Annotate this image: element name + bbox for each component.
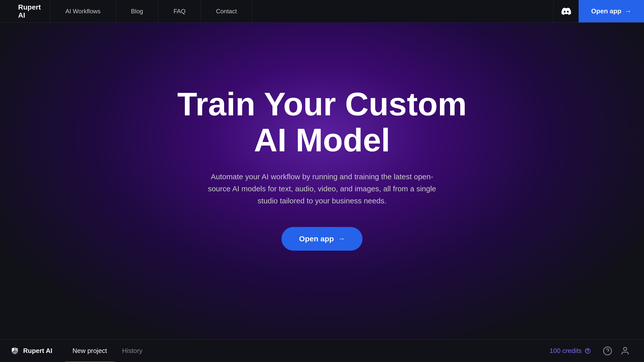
- hero-cta-arrow-icon: →: [338, 235, 345, 243]
- nav-link-ai-workflows[interactable]: AI Workflows: [50, 0, 116, 22]
- discord-button[interactable]: [553, 0, 579, 22]
- tab-history[interactable]: History: [114, 340, 150, 362]
- nav-link-faq[interactable]: FAQ: [158, 0, 201, 22]
- nav-arrow-icon: →: [624, 7, 631, 15]
- bottom-logo-icon: [10, 346, 20, 356]
- user-button[interactable]: [618, 343, 633, 358]
- nav-open-app-button[interactable]: Open app →: [579, 0, 644, 22]
- hero-subtitle: Automate your AI workflow by running and…: [203, 171, 441, 207]
- hero-section: Train Your Custom AI Model Automate your…: [0, 0, 644, 339]
- hero-title: Train Your Custom AI Model: [171, 86, 473, 158]
- bottom-logo[interactable]: Rupert AI: [10, 346, 52, 356]
- nav-link-contact[interactable]: Contact: [201, 0, 252, 22]
- tab-new-project[interactable]: New project: [65, 340, 114, 362]
- help-icon: [603, 346, 612, 356]
- user-icon: [620, 346, 630, 356]
- nav-links: AI Workflows Blog FAQ Contact Open app →: [50, 0, 644, 22]
- hero-cta-label: Open app: [299, 235, 334, 243]
- help-button[interactable]: [600, 343, 615, 358]
- nav-logo-text: Rupert AI: [18, 3, 41, 19]
- nav-link-blog[interactable]: Blog: [116, 0, 158, 22]
- hero-cta-button[interactable]: Open app →: [281, 227, 363, 251]
- svg-point-3: [624, 347, 627, 350]
- bottom-logo-text: Rupert AI: [23, 347, 52, 355]
- nav-logo[interactable]: Rupert AI: [0, 0, 50, 22]
- discord-icon: [561, 7, 571, 16]
- credits-label: 100 credits: [550, 347, 582, 355]
- credits-icon: [584, 347, 591, 354]
- navbar: Rupert AI AI Workflows Blog FAQ Contact …: [0, 0, 644, 23]
- bottom-bar: Rupert AI New project History 100 credit…: [0, 339, 644, 362]
- credits-display[interactable]: 100 credits: [550, 347, 591, 355]
